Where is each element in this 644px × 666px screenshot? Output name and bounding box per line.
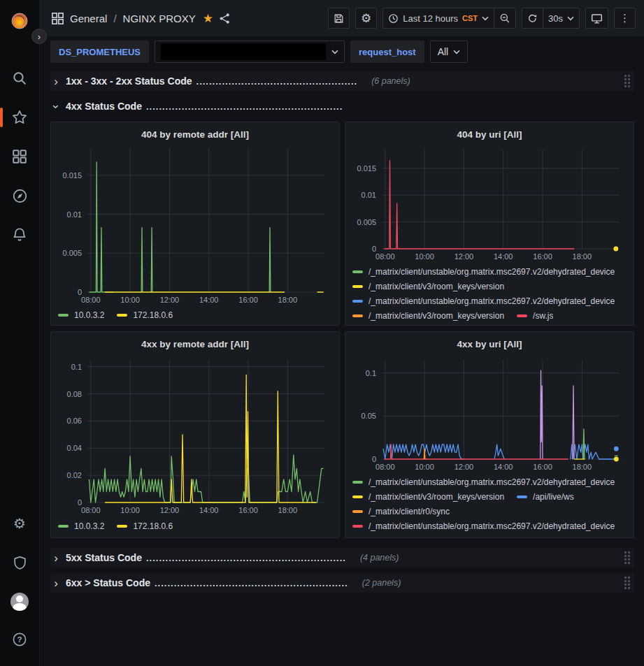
sidebar-item-dashboards[interactable]	[6, 143, 34, 171]
more-options-button[interactable]: ⋮	[614, 8, 636, 29]
x-axis-tick: 10:00	[120, 296, 140, 304]
time-series-chart[interactable]: 00.020.040.060.080.108:0010:0012:0014:00…	[57, 354, 334, 516]
refresh-icon	[527, 13, 538, 24]
breadcrumb-separator: /	[113, 13, 116, 24]
main-area: General / NGINX PROXY ★ ⚙	[40, 0, 644, 666]
legend-item[interactable]: /_matrix/client/v3/room_keys/version	[352, 280, 504, 294]
x-axis-tick: 14:00	[199, 506, 219, 514]
legend-item[interactable]: 172.18.0.6	[117, 308, 173, 321]
save-icon	[334, 13, 344, 24]
refresh-button[interactable]	[522, 8, 543, 29]
panel-title[interactable]: 4xx by remote addr [All]	[57, 336, 334, 354]
x-axis-tick: 08:00	[81, 506, 101, 514]
legend-item[interactable]: 172.18.0.6	[117, 519, 173, 533]
legend-color-dash	[352, 285, 363, 288]
legend-color-dash	[117, 314, 127, 317]
row-header-1xx-3xx-2xx[interactable]: › 1xx - 3xx - 2xx Status Code ..........…	[50, 71, 634, 91]
time-range-label: Last 12 hours	[403, 13, 458, 24]
time-series-chart[interactable]: 00.0050.010.01508:0010:0012:0014:0016:00…	[351, 144, 628, 263]
admin-shield-icon[interactable]	[6, 549, 34, 577]
row-panel-count: (6 panels)	[371, 76, 410, 86]
x-axis-tick: 14:00	[494, 463, 513, 471]
help-icon[interactable]: ?	[6, 625, 34, 653]
x-axis-tick: 08:00	[81, 296, 101, 304]
user-avatar[interactable]	[6, 588, 34, 616]
y-axis-tick: 0.05	[362, 412, 376, 420]
row-header-4xx[interactable]: › 4xx Status Code ......................…	[50, 96, 634, 116]
legend-item[interactable]: /_matrix/client/r0/sync	[352, 505, 450, 519]
y-axis-tick: 0.02	[67, 471, 82, 479]
x-axis-tick: 16:00	[238, 506, 258, 514]
row-drag-handle[interactable]	[624, 551, 630, 564]
x-axis-tick: 18:00	[278, 506, 298, 514]
legend-item[interactable]: 10.0.3.2	[58, 519, 104, 533]
x-axis-tick: 12:00	[455, 463, 474, 471]
y-axis-tick: 0.005	[357, 217, 376, 226]
x-axis-tick: 12:00	[160, 506, 180, 514]
panel-title[interactable]: 404 by remote addr [All]	[57, 126, 334, 143]
time-series-chart[interactable]: 00.050.108:0010:0012:0014:0016:0018:00	[351, 354, 628, 473]
legend-item[interactable]: /sw.js	[517, 309, 553, 321]
legend-item[interactable]: /_matrix/client/unstable/org.matrix.msc2…	[352, 519, 615, 533]
chevron-down-icon	[331, 50, 338, 55]
navbar: General / NGINX PROXY ★ ⚙	[40, 0, 644, 36]
panel-legend: /_matrix/client/unstable/org.matrix.msc2…	[351, 265, 628, 321]
legend-item[interactable]: /_matrix/client/v3/room_keys/version	[352, 309, 504, 321]
x-axis-tick: 18:00	[573, 463, 592, 471]
kebab-menu-icon: ⋮	[620, 12, 630, 24]
variables-bar: DS_PROMETHEUS request_host All	[40, 36, 644, 67]
kiosk-mode-button[interactable]	[585, 8, 608, 29]
dashboard-settings-button[interactable]: ⚙	[355, 8, 377, 29]
request-host-variable-select[interactable]: All	[430, 41, 468, 63]
row-drag-handle[interactable]	[624, 577, 630, 589]
row-title: 5xx Status Code	[66, 552, 142, 563]
dashboard-title[interactable]: NGINX PROXY	[123, 13, 196, 24]
panel-title[interactable]: 4xx by uri [All]	[351, 336, 628, 354]
legend-label: 10.0.3.2	[74, 521, 104, 531]
grafana-app: ⚙ ? ›	[0, 0, 644, 666]
x-axis-tick: 12:00	[160, 296, 180, 304]
refresh-interval-dropdown[interactable]: 30s	[543, 8, 580, 29]
configuration-gear-icon[interactable]: ⚙	[6, 509, 34, 537]
save-dashboard-button[interactable]	[328, 8, 350, 29]
row-header-6xx[interactable]: › 6xx > Status Code ....................…	[50, 573, 634, 593]
panel-title[interactable]: 404 by uri [All]	[351, 126, 628, 144]
legend-item[interactable]: /_matrix/client/unstable/org.matrix.msc2…	[352, 475, 615, 490]
svg-text:?: ?	[17, 635, 22, 644]
panel-404-by-uri: 404 by uri [All] 00.0050.010.01508:0010:…	[345, 122, 634, 326]
x-axis-tick: 10:00	[120, 506, 140, 514]
sidebar-item-starred[interactable]	[6, 103, 34, 131]
legend-item[interactable]: /_matrix/client/unstable/org.matrix.msc2…	[352, 294, 615, 309]
sidebar-item-explore[interactable]	[6, 182, 34, 210]
time-series-chart[interactable]: 00.0050.010.01508:0010:0012:0014:0016:00…	[57, 143, 334, 306]
search-icon[interactable]	[6, 64, 34, 92]
legend-color-dash	[352, 525, 363, 528]
legend-item[interactable]: 10.0.3.2	[58, 308, 104, 321]
time-range-picker[interactable]: Last 12 hours CST	[382, 8, 494, 29]
breadcrumb-folder[interactable]: General	[70, 13, 107, 24]
request-host-variable-label[interactable]: request_host	[350, 41, 424, 63]
x-axis-tick: 14:00	[199, 296, 219, 304]
legend-label: /_matrix/client/unstable/org.matrix.msc2…	[368, 521, 615, 531]
favorite-star-icon[interactable]: ★	[203, 11, 213, 26]
row-title: 4xx Status Code	[66, 101, 142, 112]
legend-color-dash	[117, 525, 127, 528]
y-axis-tick: 0.015	[357, 164, 376, 173]
sidebar-expand-button[interactable]: ›	[31, 29, 47, 44]
y-axis-tick: 0.015	[62, 171, 82, 180]
datasource-variable-select[interactable]	[155, 41, 345, 63]
datasource-variable-label[interactable]: DS_PROMETHEUS	[50, 41, 149, 63]
request-host-value: All	[438, 46, 449, 57]
y-axis-tick: 0.1	[366, 368, 376, 377]
share-icon[interactable]	[219, 13, 231, 24]
sidebar-item-alerting[interactable]	[6, 221, 34, 249]
x-axis-tick: 10:00	[415, 463, 434, 471]
row-drag-handle[interactable]	[624, 75, 630, 87]
legend-color-dash	[352, 495, 363, 498]
legend-item[interactable]: /_matrix/client/v3/room_keys/version	[352, 490, 504, 505]
zoom-out-button[interactable]	[494, 8, 516, 29]
grafana-logo[interactable]	[6, 7, 34, 35]
row-header-5xx[interactable]: › 5xx Status Code ......................…	[50, 548, 634, 567]
legend-item[interactable]: /_matrix/client/unstable/org.matrix.msc2…	[352, 265, 615, 280]
legend-item[interactable]: /api/live/ws	[517, 490, 574, 505]
